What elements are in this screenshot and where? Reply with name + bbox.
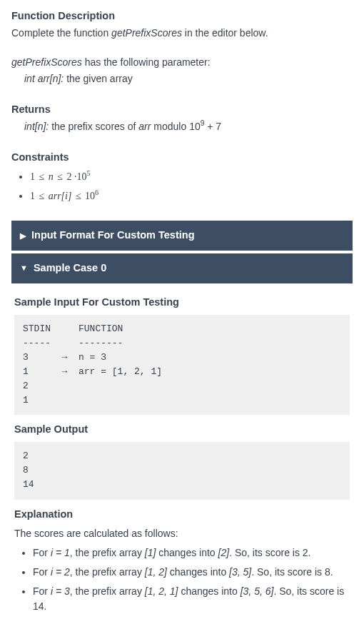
- e2-i3: [3, 5]: [229, 566, 251, 578]
- e1-i2: [1]: [145, 547, 156, 558]
- c1-a: 1: [30, 171, 38, 182]
- e1-b: , the prefix array: [70, 547, 145, 558]
- param-sig: int arr[n]:: [24, 73, 64, 84]
- e2-i2: [1, 2]: [145, 566, 167, 578]
- e1-i1: i = 1: [51, 547, 70, 558]
- sample-case-0-body: Sample Input For Custom Testing STDIN FU…: [11, 286, 353, 615]
- explanation-list: For i = 1, the prefix array [1] changes …: [14, 545, 350, 614]
- e2-c: changes into: [167, 566, 229, 578]
- sample-output-code: 2 8 14: [14, 442, 350, 499]
- fd-intro-a: Complete the function: [11, 27, 111, 39]
- sample-output-heading: Sample Output: [14, 422, 350, 438]
- accordion-input-format-title: Input Format For Custom Testing: [31, 228, 195, 243]
- returns-heading: Returns: [11, 102, 353, 118]
- c1-le1: ≤: [38, 171, 46, 182]
- accordion-sample-case-0[interactable]: ▼ Sample Case 0: [11, 253, 353, 283]
- c2-le1: ≤: [38, 191, 46, 201]
- e1-c: changes into: [156, 547, 218, 558]
- returns-item: int[n]: the prefix scores of arr modulo …: [11, 119, 353, 134]
- c2-a: 1: [30, 191, 38, 201]
- constraints-list: 1 ≤ n ≤ 2 ·105 1 ≤ arr[i] ≤ 106: [11, 169, 353, 203]
- accordion-sample-case-0-title: Sample Case 0: [34, 261, 106, 276]
- param-intro-fn: getPrefixScores: [11, 56, 82, 68]
- returns-desc-c: + 7: [204, 121, 221, 132]
- e2-i1: i = 2: [51, 566, 70, 578]
- c1-c: 2 ·10: [64, 171, 87, 182]
- fd-intro-fn: getPrefixScores: [111, 27, 182, 39]
- explanation-heading: Explanation: [14, 507, 350, 523]
- returns-sig: int[n]:: [24, 121, 49, 132]
- param-desc: the given array: [64, 73, 133, 84]
- explanation-intro: The scores are calculated as follows:: [14, 526, 350, 541]
- e2-d: . So, its score is 8.: [251, 566, 333, 578]
- e3-i1: i = 3: [51, 585, 70, 597]
- c2-le2: ≤: [74, 191, 83, 201]
- e3-a: For: [33, 585, 51, 597]
- e2-b: , the prefix array: [70, 566, 145, 578]
- returns-arr: arr: [138, 121, 151, 132]
- chevron-right-icon: ▶: [20, 232, 26, 240]
- param-intro: getPrefixScores has the following parame…: [11, 55, 353, 70]
- function-description-heading: Function Description: [11, 9, 353, 24]
- c1-sup: 5: [86, 170, 90, 178]
- explanation-item-1: For i = 1, the prefix array [1] changes …: [33, 545, 350, 560]
- e1-i3: [2]: [218, 547, 230, 558]
- function-description-intro: Complete the function getPrefixScores in…: [11, 26, 353, 41]
- e2-a: For: [33, 566, 51, 578]
- e3-c: changes into: [178, 585, 241, 597]
- e3-i3: [3, 5, 6]: [241, 585, 274, 597]
- fd-intro-b: in the editor below.: [182, 27, 268, 39]
- c2-b: arr[i]: [46, 191, 74, 201]
- sample-input-heading: Sample Input For Custom Testing: [14, 295, 350, 311]
- returns-desc-a: the prefix scores of: [49, 121, 138, 132]
- c2-sup: 6: [95, 189, 98, 197]
- c2-c: 10: [83, 191, 96, 201]
- explanation-item-3: For i = 3, the prefix array [1, 2, 1] ch…: [33, 584, 350, 614]
- constraint-2: 1 ≤ arr[i] ≤ 106: [30, 188, 353, 203]
- c1-b: n: [46, 171, 56, 182]
- e1-a: For: [33, 547, 51, 558]
- chevron-down-icon: ▼: [20, 264, 28, 272]
- explanation-item-2: For i = 2, the prefix array [1, 2] chang…: [33, 565, 350, 580]
- constraints-heading: Constraints: [11, 150, 353, 166]
- sample-input-code: STDIN FUNCTION ----- -------- 3 → n = 3 …: [14, 315, 350, 416]
- constraint-1: 1 ≤ n ≤ 2 ·105: [30, 169, 353, 184]
- e1-d: . So, its score is 2.: [229, 547, 310, 558]
- returns-desc-b: modulo 10: [151, 121, 200, 132]
- param-item: int arr[n]: the given array: [11, 71, 353, 86]
- accordion-input-format[interactable]: ▶ Input Format For Custom Testing: [11, 221, 353, 251]
- param-intro-tail: has the following parameter:: [82, 56, 211, 68]
- e3-b: , the prefix array: [70, 585, 145, 597]
- e3-i2: [1, 2, 1]: [145, 585, 178, 597]
- c1-le2: ≤: [56, 171, 64, 182]
